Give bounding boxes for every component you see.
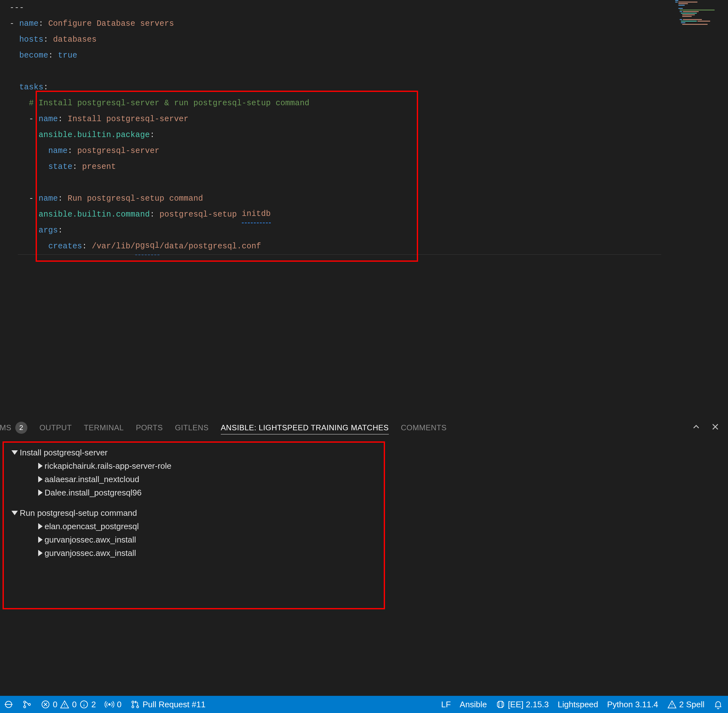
tree-item[interactable]: gurvanjossec.awx_install [12,533,716,546]
code-line[interactable]: tasks: [9,79,728,95]
chevron-right-icon [38,550,43,556]
code-line[interactable] [9,175,728,191]
info-count: 2 [91,700,96,710]
chevron-right-icon [38,489,43,496]
chevron-down-icon [12,511,18,515]
editor-boundary [18,254,661,255]
problems-button[interactable]: 0 0 2 [41,700,96,710]
tree-group[interactable]: Install postgresql-server [12,446,716,459]
code-line[interactable]: - name: Configure Database servers [9,16,728,32]
svg-point-6 [132,701,134,703]
ee-button[interactable]: [EE] 2.15.3 [496,700,549,710]
panel-tab-terminal[interactable]: TERMINAL [84,421,124,434]
code-line[interactable]: - name: Run postgresql-setup command [9,191,728,207]
tab-label: ANSIBLE: LIGHTSPEED TRAINING MATCHES [221,423,389,432]
chevron-up-icon[interactable] [691,422,701,434]
panel-tab-ansible-lightspeed-training-matches[interactable]: ANSIBLE: LIGHTSPEED TRAINING MATCHES [221,421,389,434]
tree-item-label: Dalee.install_postgresql96 [45,486,142,499]
errors-count: 0 [53,700,57,710]
svg-point-7 [132,706,134,708]
eol-label: LF [441,700,451,710]
panel-tab-comments[interactable]: COMMENTS [401,421,447,434]
code-line[interactable]: --- [9,0,728,16]
close-icon[interactable] [710,422,721,434]
panel-tab-output[interactable]: OUTPUT [39,421,72,434]
tree-item-label: rickapichairuk.rails-app-server-role [45,459,172,473]
minimap[interactable] [675,0,726,25]
chevron-down-icon [12,450,18,455]
tab-badge: 2 [15,422,27,434]
code-line[interactable]: args: [9,222,728,239]
python-label: Python 3.11.4 [607,700,658,710]
panel-tab-ports[interactable]: PORTS [136,421,163,434]
tree-group[interactable]: Run postgresql-setup command [12,506,716,520]
panel-tab-blems[interactable]: BLEMS2 [0,420,27,436]
code-line[interactable]: become: true [9,48,728,64]
code-line[interactable]: # Install postgresql-server & run postgr… [9,95,728,111]
svg-point-8 [136,706,138,708]
warnings-count: 0 [72,700,76,710]
code-line[interactable] [9,64,728,79]
spell-label: 2 Spell [679,700,705,710]
language-button[interactable]: Ansible [460,700,487,710]
svg-point-0 [24,701,25,703]
spell-button[interactable]: 2 Spell [667,700,705,710]
bell-icon[interactable] [713,700,723,709]
tab-label: GITLENS [175,423,209,432]
tree-item-label: gurvanjossec.awx_install [45,533,136,546]
code-line[interactable]: creates: /var/lib/pgsql/data/postgresql.… [9,239,728,254]
chevron-right-icon [38,463,43,469]
chevron-right-icon [38,523,43,530]
tree-item-label: gurvanjossec.awx_install [45,546,136,560]
remote-button[interactable] [4,700,13,709]
pr-label: Pull Request #11 [142,700,206,710]
language-label: Ansible [460,700,487,710]
svg-point-2 [28,704,30,706]
ee-label: [EE] 2.15.3 [508,700,549,710]
code-editor[interactable]: ---- name: Configure Database servers ho… [0,0,728,254]
tree-group-label: Run postgresql-setup command [20,506,137,520]
tab-label: COMMENTS [401,423,447,432]
tree-item[interactable]: elan.opencast_postgresql [12,520,716,533]
tree-item[interactable]: aalaesar.install_nextcloud [12,473,716,486]
code-line[interactable]: hosts: databases [9,32,728,48]
code-line[interactable]: state: present [9,159,728,175]
lightspeed-button[interactable]: Lightspeed [558,700,598,710]
tree-group-label: Install postgresql-server [20,446,108,459]
code-line[interactable]: ansible.builtin.package: [9,127,728,143]
panel-tab-bar: BLEMS2OUTPUTTERMINALPORTSGITLENSANSIBLE:… [0,417,728,439]
pull-request-button[interactable]: Pull Request #11 [130,700,206,710]
radio-count: 0 [117,700,121,710]
code-line[interactable]: name: postgresql-server [9,143,728,159]
tree-item[interactable]: Dalee.install_postgresql96 [12,486,716,499]
chevron-right-icon [38,476,43,482]
tree-item[interactable]: rickapichairuk.rails-app-server-role [12,459,716,473]
chevron-right-icon [38,537,43,543]
tree-item[interactable]: gurvanjossec.awx_install [12,546,716,560]
panel-body: Install postgresql-serverrickapichairuk.… [0,439,728,567]
tree-item-label: aalaesar.install_nextcloud [45,473,139,486]
tab-label: BLEMS [0,423,12,432]
tab-label: TERMINAL [84,423,124,432]
lightspeed-label: Lightspeed [558,700,598,710]
python-button[interactable]: Python 3.11.4 [607,700,658,710]
source-control-button[interactable] [22,700,32,709]
code-line[interactable]: - name: Install postgresql-server [9,111,728,127]
tab-label: PORTS [136,423,163,432]
code-line[interactable]: ansible.builtin.command: postgresql-setu… [9,207,728,222]
panel-tab-gitlens[interactable]: GITLENS [175,421,209,434]
status-bar: 0 0 2 0 Pull Request #11 LF Ansible [EE]… [0,696,728,713]
svg-point-5 [109,704,111,706]
panel-actions [691,422,728,434]
eol-button[interactable]: LF [441,700,451,710]
svg-point-1 [24,706,25,708]
bottom-panel: BLEMS2OUTPUTTERMINALPORTSGITLENSANSIBLE:… [0,417,728,674]
tree-item-label: elan.opencast_postgresql [45,520,139,533]
radio-button[interactable]: 0 [105,700,121,710]
tab-label: OUTPUT [39,423,72,432]
